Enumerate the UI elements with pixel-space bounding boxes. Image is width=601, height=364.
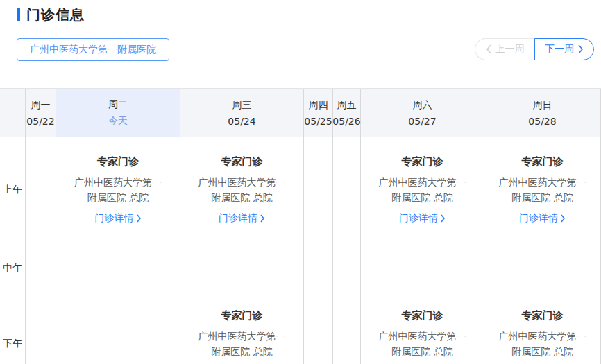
schedule-cell-noon-tue — [56, 243, 180, 293]
day-header-tue-today: 周二 今天 — [56, 89, 180, 137]
schedule-cell-morning-sat: 专家门诊 广州中医药大学第一附属医院 总院 门诊详情 — [361, 137, 484, 243]
schedule-cell-morning-tue: 专家门诊 广州中医药大学第一附属医院 总院 门诊详情 — [56, 137, 180, 243]
next-week-label: 下一周 — [545, 43, 574, 55]
clinic-type: 专家门诊 — [377, 309, 468, 322]
today-badge: 今天 — [108, 115, 128, 128]
day-label: 周六 — [413, 99, 432, 112]
clinic-hospital: 广州中医药大学第一附属医院 总院 — [72, 175, 164, 205]
hospital-selector-button[interactable]: 广州中医药大学第一附属医院 — [17, 38, 169, 61]
clinic-hospital: 广州中医药大学第一附属医院 总院 — [497, 329, 589, 359]
schedule-cell-afternoon-sun: 专家门诊 广州中医药大学第一附属医院 总院 门诊详情 — [484, 293, 601, 364]
schedule-cell-afternoon-mon — [26, 293, 56, 364]
chevron-right-icon — [577, 44, 584, 54]
clinic-details-link[interactable]: 门诊详情 — [519, 212, 566, 225]
clinic-hospital: 广州中医药大学第一附属医院 总院 — [377, 329, 468, 359]
schedule-corner-cell — [0, 89, 26, 137]
clinic-hospital: 广州中医药大学第一附属医院 总院 — [196, 329, 288, 359]
clinic-entry: 专家门诊 广州中医药大学第一附属医院 总院 门诊详情 — [377, 155, 468, 225]
day-date: 05/27 — [408, 116, 436, 127]
day-date: 05/24 — [228, 116, 255, 127]
next-week-button[interactable]: 下一周 — [534, 38, 594, 60]
clinic-type: 专家门诊 — [196, 155, 288, 168]
clinic-entry: 专家门诊 广州中医药大学第一附属医院 总院 门诊详情 — [497, 309, 589, 364]
day-label: 周日 — [533, 99, 552, 112]
toolbar: 广州中医药大学第一附属医院 上一周 下一周 — [0, 38, 601, 61]
schedule-cell-morning-sun: 专家门诊 广州中医药大学第一附属医院 总院 门诊详情 — [484, 137, 601, 243]
schedule-cell-morning-mon — [26, 137, 56, 243]
prev-week-label: 上一周 — [496, 43, 525, 55]
day-header-sun: 周日 05/28 — [484, 89, 601, 137]
clinic-entry: 专家门诊 广州中医药大学第一附属医院 总院 门诊详情 — [497, 155, 589, 225]
outpatient-info-page: 门诊信息 广州中医药大学第一附属医院 上一周 下一周 周一 05/22 周二 今… — [0, 0, 601, 364]
chevron-left-icon — [486, 44, 492, 54]
day-date: 05/22 — [26, 116, 54, 127]
schedule-cell-morning-wed: 专家门诊 广州中医药大学第一附属医院 总院 门诊详情 — [180, 137, 304, 243]
schedule-table: 周一 05/22 周二 今天 周三 05/24 周四 05/25 周五 05/2… — [0, 88, 601, 364]
schedule-cell-afternoon-fri — [333, 293, 361, 364]
day-header-thu: 周四 05/25 — [304, 89, 333, 137]
day-header-sat: 周六 05/27 — [361, 89, 484, 137]
schedule-cell-noon-sun — [484, 243, 601, 293]
week-navigation: 上一周 下一周 — [475, 38, 594, 60]
clinic-type: 专家门诊 — [377, 155, 468, 168]
clinic-hospital: 广州中医药大学第一附属医院 总院 — [497, 175, 589, 205]
schedule-cell-noon-sat — [361, 243, 484, 293]
chevron-right-icon — [560, 214, 566, 223]
day-date: 05/28 — [528, 116, 556, 127]
day-label: 周四 — [309, 99, 328, 112]
clinic-type: 专家门诊 — [72, 155, 164, 168]
clinic-entry: 专家门诊 广州中医药大学第一附属医院 总院 门诊详情 — [196, 309, 288, 364]
schedule-cell-noon-fri — [333, 243, 361, 293]
chevron-right-icon — [260, 214, 265, 223]
page-header: 门诊信息 — [17, 6, 601, 24]
page-title: 门诊信息 — [26, 6, 85, 24]
schedule-cell-afternoon-thu — [304, 293, 333, 364]
day-label: 周一 — [31, 99, 51, 112]
schedule-cell-afternoon-wed: 专家门诊 广州中医药大学第一附属医院 总院 门诊详情 — [180, 293, 304, 364]
title-accent-bar — [17, 8, 20, 21]
schedule-cell-noon-thu — [304, 243, 333, 293]
clinic-hospital: 广州中医药大学第一附属医院 总院 — [377, 175, 468, 205]
clinic-entry: 专家门诊 广州中医药大学第一附属医院 总院 门诊详情 — [377, 309, 468, 364]
day-header-mon: 周一 05/22 — [26, 89, 56, 137]
schedule-cell-morning-thu — [304, 137, 333, 243]
schedule-cell-morning-fri — [333, 137, 361, 243]
time-slot-afternoon: 下午 — [0, 293, 26, 364]
clinic-hospital: 广州中医药大学第一附属医院 总院 — [196, 175, 288, 205]
chevron-right-icon — [440, 214, 446, 223]
prev-week-button[interactable]: 上一周 — [475, 38, 534, 60]
clinic-type: 专家门诊 — [196, 309, 288, 322]
clinic-details-link[interactable]: 门诊详情 — [219, 212, 265, 225]
schedule-cell-afternoon-tue — [56, 293, 180, 364]
day-header-fri: 周五 05/26 — [333, 89, 361, 137]
schedule-cell-afternoon-sat: 专家门诊 广州中医药大学第一附属医院 总院 门诊详情 — [361, 293, 484, 364]
time-slot-noon: 中午 — [0, 243, 26, 293]
day-label: 周五 — [337, 99, 357, 112]
day-label: 周三 — [232, 99, 252, 112]
day-date: 05/25 — [304, 116, 332, 127]
clinic-entry: 专家门诊 广州中医药大学第一附属医院 总院 门诊详情 — [196, 155, 288, 225]
clinic-type: 专家门诊 — [497, 309, 589, 322]
time-slot-morning: 上午 — [0, 137, 26, 243]
schedule-cell-noon-wed — [180, 243, 304, 293]
day-label: 周二 — [108, 98, 128, 111]
clinic-type: 专家门诊 — [497, 155, 589, 168]
day-header-wed: 周三 05/24 — [180, 89, 304, 137]
clinic-details-link[interactable]: 门诊详情 — [399, 212, 446, 225]
schedule-cell-noon-mon — [26, 243, 56, 293]
clinic-entry: 专家门诊 广州中医药大学第一附属医院 总院 门诊详情 — [72, 155, 164, 225]
day-date: 05/26 — [332, 116, 360, 127]
clinic-details-link[interactable]: 门诊详情 — [95, 212, 142, 225]
chevron-right-icon — [136, 214, 142, 223]
